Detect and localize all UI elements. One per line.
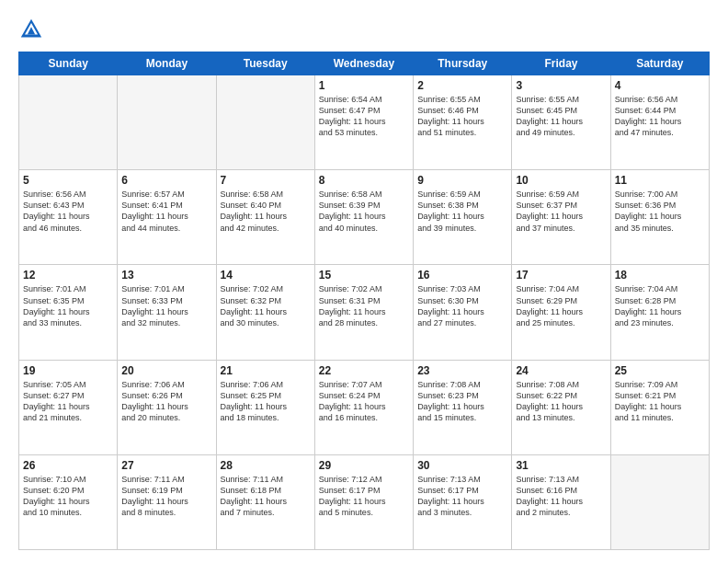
day-info: Sunrise: 7:09 AM Sunset: 6:21 PM Dayligh… [615,379,705,424]
day-number: 21 [221,364,311,377]
calendar-cell: 5Sunrise: 6:56 AM Sunset: 6:43 PM Daylig… [19,170,118,265]
day-number: 26 [23,459,113,472]
day-info: Sunrise: 7:10 AM Sunset: 6:20 PM Dayligh… [23,474,113,519]
calendar-cell: 12Sunrise: 7:01 AM Sunset: 6:35 PM Dayli… [19,265,118,360]
calendar-cell: 25Sunrise: 7:09 AM Sunset: 6:21 PM Dayli… [610,360,709,454]
day-number: 23 [417,364,507,377]
calendar-cell: 27Sunrise: 7:11 AM Sunset: 6:19 PM Dayli… [118,454,216,549]
calendar-cell: 24Sunrise: 7:08 AM Sunset: 6:22 PM Dayli… [512,360,610,454]
calendar-cell [118,75,216,170]
calendar-cell: 22Sunrise: 7:07 AM Sunset: 6:24 PM Dayli… [314,360,413,454]
calendar-cell: 1Sunrise: 6:54 AM Sunset: 6:47 PM Daylig… [314,75,413,170]
day-info: Sunrise: 7:11 AM Sunset: 6:18 PM Dayligh… [221,474,311,519]
day-info: Sunrise: 7:08 AM Sunset: 6:22 PM Dayligh… [516,379,606,424]
day-info: Sunrise: 6:55 AM Sunset: 6:46 PM Dayligh… [417,94,507,139]
day-info: Sunrise: 7:02 AM Sunset: 6:31 PM Dayligh… [319,283,409,328]
day-info: Sunrise: 7:05 AM Sunset: 6:27 PM Dayligh… [23,379,113,424]
calendar-cell [19,75,118,170]
day-info: Sunrise: 6:58 AM Sunset: 6:39 PM Dayligh… [319,189,409,234]
page: SundayMondayTuesdayWednesdayThursdayFrid… [0,0,728,563]
day-number: 15 [319,269,409,282]
day-info: Sunrise: 7:06 AM Sunset: 6:26 PM Dayligh… [121,379,211,424]
day-number: 16 [417,269,507,282]
day-of-week-header: Friday [512,52,610,75]
calendar-cell: 7Sunrise: 6:58 AM Sunset: 6:40 PM Daylig… [216,170,314,265]
calendar-cell: 20Sunrise: 7:06 AM Sunset: 6:26 PM Dayli… [118,360,216,454]
calendar-cell: 13Sunrise: 7:01 AM Sunset: 6:33 PM Dayli… [118,265,216,360]
header [18,17,710,42]
calendar-week-row: 1Sunrise: 6:54 AM Sunset: 6:47 PM Daylig… [19,75,710,170]
day-number: 22 [319,364,409,377]
day-info: Sunrise: 6:57 AM Sunset: 6:41 PM Dayligh… [121,189,211,234]
day-info: Sunrise: 6:55 AM Sunset: 6:45 PM Dayligh… [516,94,606,139]
calendar-header-row: SundayMondayTuesdayWednesdayThursdayFrid… [19,52,710,75]
day-info: Sunrise: 7:04 AM Sunset: 6:28 PM Dayligh… [615,283,705,328]
day-number: 14 [221,269,311,282]
calendar-cell: 4Sunrise: 6:56 AM Sunset: 6:44 PM Daylig… [610,75,709,170]
calendar-week-row: 26Sunrise: 7:10 AM Sunset: 6:20 PM Dayli… [19,454,710,549]
calendar-cell: 11Sunrise: 7:00 AM Sunset: 6:36 PM Dayli… [610,170,709,265]
day-number: 9 [417,174,507,187]
day-number: 18 [615,269,705,282]
day-number: 20 [121,364,211,377]
day-number: 4 [615,79,705,92]
day-number: 1 [319,79,409,92]
day-info: Sunrise: 7:02 AM Sunset: 6:32 PM Dayligh… [221,283,311,328]
day-info: Sunrise: 7:08 AM Sunset: 6:23 PM Dayligh… [417,379,507,424]
calendar-cell: 17Sunrise: 7:04 AM Sunset: 6:29 PM Dayli… [512,265,610,360]
day-number: 30 [417,459,507,472]
day-of-week-header: Tuesday [216,52,314,75]
day-info: Sunrise: 6:56 AM Sunset: 6:43 PM Dayligh… [23,189,113,234]
day-number: 29 [319,459,409,472]
day-of-week-header: Sunday [19,52,118,75]
calendar-cell: 9Sunrise: 6:59 AM Sunset: 6:38 PM Daylig… [414,170,512,265]
day-info: Sunrise: 7:03 AM Sunset: 6:30 PM Dayligh… [417,283,507,328]
day-number: 24 [516,364,606,377]
day-number: 8 [319,174,409,187]
day-info: Sunrise: 7:07 AM Sunset: 6:24 PM Dayligh… [319,379,409,424]
day-info: Sunrise: 6:58 AM Sunset: 6:40 PM Dayligh… [221,189,311,234]
calendar-table: SundayMondayTuesdayWednesdayThursdayFrid… [18,52,710,550]
day-number: 12 [23,269,113,282]
calendar-cell: 28Sunrise: 7:11 AM Sunset: 6:18 PM Dayli… [216,454,314,549]
day-number: 7 [221,174,311,187]
day-info: Sunrise: 7:12 AM Sunset: 6:17 PM Dayligh… [319,474,409,519]
calendar-cell: 26Sunrise: 7:10 AM Sunset: 6:20 PM Dayli… [19,454,118,549]
day-info: Sunrise: 7:11 AM Sunset: 6:19 PM Dayligh… [121,474,211,519]
day-number: 25 [615,364,705,377]
logo [18,17,50,42]
day-number: 27 [121,459,211,472]
calendar-cell: 8Sunrise: 6:58 AM Sunset: 6:39 PM Daylig… [314,170,413,265]
calendar-cell: 30Sunrise: 7:13 AM Sunset: 6:17 PM Dayli… [414,454,512,549]
calendar-cell: 15Sunrise: 7:02 AM Sunset: 6:31 PM Dayli… [314,265,413,360]
day-info: Sunrise: 7:01 AM Sunset: 6:33 PM Dayligh… [121,283,211,328]
calendar-cell: 23Sunrise: 7:08 AM Sunset: 6:23 PM Dayli… [414,360,512,454]
day-number: 10 [516,174,606,187]
calendar-cell: 21Sunrise: 7:06 AM Sunset: 6:25 PM Dayli… [216,360,314,454]
day-info: Sunrise: 7:13 AM Sunset: 6:17 PM Dayligh… [417,474,507,519]
calendar-cell: 16Sunrise: 7:03 AM Sunset: 6:30 PM Dayli… [414,265,512,360]
calendar-week-row: 5Sunrise: 6:56 AM Sunset: 6:43 PM Daylig… [19,170,710,265]
day-number: 17 [516,269,606,282]
day-of-week-header: Monday [118,52,216,75]
calendar-cell: 18Sunrise: 7:04 AM Sunset: 6:28 PM Dayli… [610,265,709,360]
day-number: 31 [516,459,606,472]
day-of-week-header: Saturday [610,52,709,75]
day-number: 28 [221,459,311,472]
day-number: 13 [121,269,211,282]
day-info: Sunrise: 7:01 AM Sunset: 6:35 PM Dayligh… [23,283,113,328]
day-info: Sunrise: 7:06 AM Sunset: 6:25 PM Dayligh… [221,379,311,424]
calendar-cell: 31Sunrise: 7:13 AM Sunset: 6:16 PM Dayli… [512,454,610,549]
day-of-week-header: Thursday [414,52,512,75]
day-info: Sunrise: 6:59 AM Sunset: 6:38 PM Dayligh… [417,189,507,234]
day-number: 2 [417,79,507,92]
calendar-week-row: 12Sunrise: 7:01 AM Sunset: 6:35 PM Dayli… [19,265,710,360]
day-info: Sunrise: 6:54 AM Sunset: 6:47 PM Dayligh… [319,94,409,139]
calendar-cell: 6Sunrise: 6:57 AM Sunset: 6:41 PM Daylig… [118,170,216,265]
day-number: 5 [23,174,113,187]
calendar-cell: 19Sunrise: 7:05 AM Sunset: 6:27 PM Dayli… [19,360,118,454]
day-number: 3 [516,79,606,92]
day-info: Sunrise: 7:04 AM Sunset: 6:29 PM Dayligh… [516,283,606,328]
day-info: Sunrise: 6:56 AM Sunset: 6:44 PM Dayligh… [615,94,705,139]
day-info: Sunrise: 6:59 AM Sunset: 6:37 PM Dayligh… [516,189,606,234]
